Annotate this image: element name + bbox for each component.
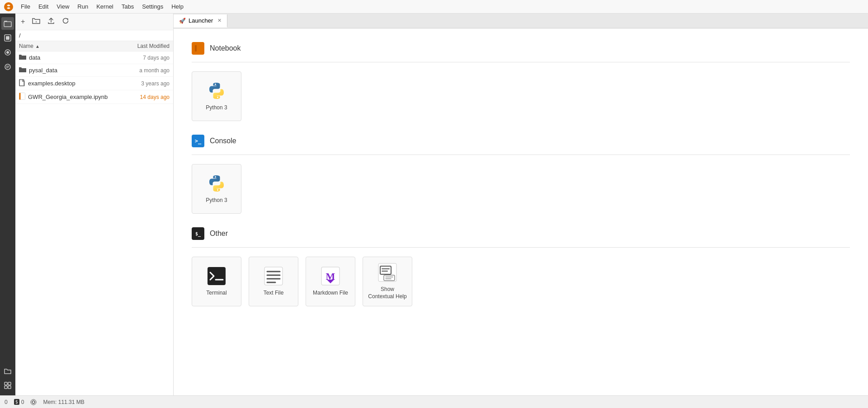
- markdown-icon: M: [321, 266, 340, 286]
- sidebar-filebrowser-btn[interactable]: [1, 17, 14, 30]
- tab-bar: 🚀 Launcher ✕: [174, 14, 868, 28]
- status-terminal: $ 0: [14, 399, 24, 405]
- svg-point-21: [217, 189, 218, 191]
- terminal-status-icon: $: [14, 399, 19, 405]
- menu-file[interactable]: File: [17, 2, 34, 11]
- notebook-section-icon: [192, 42, 204, 55]
- contextual-help-card[interactable]: Show Contextual Help: [363, 257, 412, 306]
- refresh-btn[interactable]: [60, 16, 71, 27]
- file-list-header: Name ▲ Last Modified: [15, 41, 173, 52]
- file-name: GWR_Georgia_example.ipynb: [28, 94, 111, 100]
- terminal-card[interactable]: Terminal: [192, 257, 241, 306]
- folder-icon: [19, 66, 26, 74]
- file-name: data: [29, 54, 111, 61]
- sidebar-folder-btn[interactable]: [1, 365, 14, 377]
- svg-rect-9: [8, 382, 11, 385]
- current-path: /: [15, 30, 173, 41]
- new-file-btn[interactable]: +: [19, 17, 27, 27]
- folder-icon: [19, 54, 26, 61]
- file-browser-panel: + + / Name ▲ Last Modified: [15, 14, 174, 395]
- svg-point-19: [217, 97, 218, 98]
- terminal-label: Terminal: [206, 290, 226, 297]
- file-item-gwr[interactable]: GWR_Georgia_example.ipynb 14 days ago: [15, 90, 173, 104]
- status-settings[interactable]: [30, 399, 37, 405]
- status-memory: Mem: 111.31 MB: [43, 399, 84, 405]
- menu-run[interactable]: Run: [74, 2, 92, 11]
- python-console-icon: [207, 174, 226, 193]
- sidebar-icons: [0, 14, 15, 395]
- tab-label: Launcher: [189, 17, 213, 24]
- menu-settings[interactable]: Settings: [138, 2, 167, 11]
- svg-point-0: [4, 2, 13, 11]
- tab-close-btn[interactable]: ✕: [217, 18, 222, 23]
- file-icon: [19, 79, 25, 88]
- python3-console-card[interactable]: Python 3: [192, 164, 241, 214]
- notebook-divider: [192, 62, 850, 62]
- tab-launcher[interactable]: 🚀 Launcher ✕: [174, 14, 227, 28]
- settings-status-icon: [30, 399, 37, 405]
- menu-bar: File Edit View Run Kernel Tabs Settings …: [0, 0, 868, 14]
- menu-kernel[interactable]: Kernel: [93, 2, 117, 11]
- sidebar-extension-btn[interactable]: [1, 379, 14, 392]
- contextual-help-icon: [377, 263, 397, 282]
- other-section-header: $_ Other: [192, 227, 850, 240]
- notebook-section-title: Notebook: [210, 44, 241, 52]
- upload-btn[interactable]: [46, 16, 57, 27]
- sidebar-running-btn[interactable]: [1, 32, 14, 44]
- svg-point-20: [215, 176, 216, 178]
- svg-rect-8: [5, 382, 7, 385]
- sidebar-commands-btn[interactable]: [1, 46, 14, 59]
- status-mode: 0: [5, 399, 8, 405]
- other-cards: Terminal Text File: [192, 257, 850, 306]
- sidebar-property-btn[interactable]: [1, 61, 14, 73]
- python3-notebook-card[interactable]: Python 3: [192, 71, 241, 121]
- menu-view[interactable]: View: [53, 2, 73, 11]
- notebook-section-header: Notebook: [192, 42, 850, 55]
- python3-notebook-label: Python 3: [206, 104, 227, 112]
- file-toolbar: + +: [15, 14, 173, 30]
- launcher-content: Notebook: [174, 28, 868, 395]
- new-folder-btn[interactable]: +: [30, 16, 42, 27]
- svg-rect-10: [5, 386, 7, 389]
- notebook-icon: [19, 93, 25, 101]
- file-item-examples[interactable]: examples.desktop 3 years ago: [15, 77, 173, 90]
- svg-rect-17: [195, 45, 197, 52]
- file-item-data[interactable]: data 7 days ago: [15, 52, 173, 64]
- svg-rect-4: [6, 36, 9, 40]
- menu-edit[interactable]: Edit: [35, 2, 52, 11]
- menu-help[interactable]: Help: [168, 2, 187, 11]
- textfile-card[interactable]: Text File: [249, 257, 298, 306]
- console-section-title: Console: [210, 137, 236, 145]
- file-modified: 3 years ago: [111, 80, 170, 87]
- other-section-icon: $_: [192, 227, 204, 240]
- markdown-label: Markdown File: [313, 290, 348, 297]
- svg-point-6: [6, 51, 9, 54]
- console-divider: [192, 155, 850, 155]
- tab-launcher-icon: 🚀: [179, 18, 186, 24]
- python-icon: [207, 81, 226, 101]
- app-logo: [4, 2, 14, 12]
- file-item-pysal[interactable]: pysal_data a month ago: [15, 64, 173, 77]
- markdown-card[interactable]: M Markdown File: [306, 257, 355, 306]
- svg-rect-11: [8, 386, 11, 389]
- svg-rect-15: [19, 93, 21, 100]
- other-section-title: Other: [210, 230, 228, 238]
- file-modified: 7 days ago: [111, 55, 170, 61]
- menu-tabs[interactable]: Tabs: [118, 2, 137, 11]
- other-divider: [192, 247, 850, 248]
- content-area: 🚀 Launcher ✕ Notebook: [174, 14, 868, 395]
- console-section-icon: >_: [192, 135, 204, 147]
- python3-console-label: Python 3: [206, 197, 227, 204]
- file-modified: a month ago: [111, 67, 170, 74]
- col-name-header[interactable]: Name ▲: [19, 43, 111, 49]
- svg-rect-22: [208, 267, 226, 285]
- notebook-cards: Python 3: [192, 71, 850, 121]
- svg-point-18: [215, 84, 216, 85]
- textfile-icon: [264, 266, 283, 286]
- svg-rect-2: [4, 22, 11, 27]
- svg-point-38: [32, 401, 35, 403]
- file-name: examples.desktop: [28, 80, 111, 87]
- file-list: data 7 days ago pysal_data a month ago e…: [15, 52, 173, 395]
- status-bar: 0 $ 0 Mem: 111.31 MB: [0, 395, 868, 408]
- main-layout: + + / Name ▲ Last Modified: [0, 14, 868, 395]
